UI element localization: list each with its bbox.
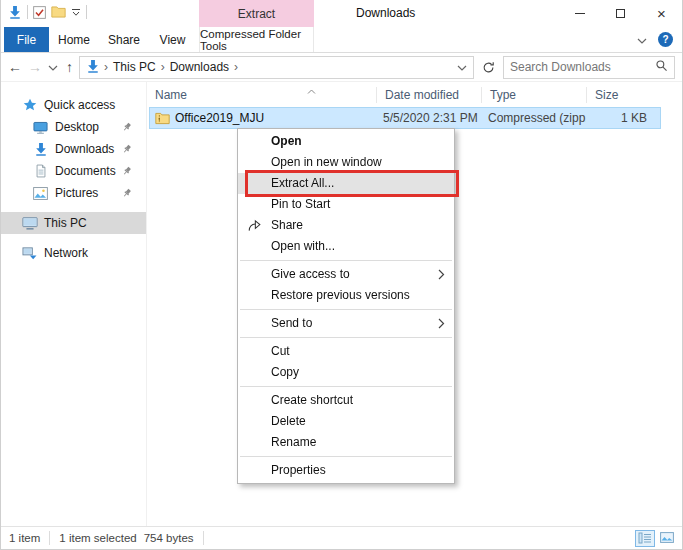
menu-item-label: Delete <box>271 414 306 428</box>
menu-item-label: Cut <box>271 344 290 358</box>
breadcrumb-segment-this-pc[interactable]: This PC <box>111 60 158 74</box>
column-header-type[interactable]: Type <box>481 87 586 103</box>
menu-item-pin-to-start[interactable]: Pin to Start <box>238 194 454 215</box>
column-headers: NameDate modifiedTypeSize <box>147 85 682 105</box>
tab-home[interactable]: Home <box>49 27 99 52</box>
address-bar[interactable]: ›This PC›Downloads› <box>79 56 474 79</box>
item-count: 1 item <box>9 532 40 544</box>
file-row[interactable]: Office2019_MJU5/5/2020 2:31 PMCompressed… <box>149 107 661 129</box>
pin-icon <box>121 187 133 202</box>
toolbar-separator <box>27 5 28 19</box>
document-icon <box>32 164 49 178</box>
menu-item-open[interactable]: Open <box>238 131 454 152</box>
search-input[interactable] <box>510 60 655 74</box>
selection-size: 754 bytes <box>144 532 194 544</box>
menu-item-send-to[interactable]: Send to <box>238 313 454 334</box>
qat-dropdown-icon[interactable] <box>71 8 81 17</box>
column-header-date-modified[interactable]: Date modified <box>376 87 481 103</box>
menu-item-rename[interactable]: Rename <box>238 432 454 453</box>
file-date-modified: 5/5/2020 2:31 PM <box>376 111 481 125</box>
sidebar-item-pictures[interactable]: Pictures <box>1 182 146 204</box>
pin-icon <box>121 165 133 180</box>
search-icon[interactable] <box>655 59 668 75</box>
zip-folder-icon <box>155 112 170 125</box>
tab-view[interactable]: View <box>149 27 196 52</box>
breadcrumb-chevron-icon: › <box>104 60 108 74</box>
file-rows: Office2019_MJU5/5/2020 2:31 PMCompressed… <box>147 107 682 129</box>
checkbox-icon[interactable] <box>33 6 46 19</box>
menu-item-create-shortcut[interactable]: Create shortcut <box>238 390 454 411</box>
maximize-button[interactable] <box>600 0 641 27</box>
menu-item-label: Open with... <box>271 239 335 253</box>
menu-item-copy[interactable]: Copy <box>238 362 454 383</box>
sidebar-item-label: Pictures <box>55 186 98 200</box>
sidebar-item-documents[interactable]: Documents <box>1 160 146 182</box>
maximize-icon <box>616 9 625 18</box>
menu-item-delete[interactable]: Delete <box>238 411 454 432</box>
menu-separator <box>240 309 452 310</box>
menu-item-label: Send to <box>271 316 312 330</box>
menu-item-label: Rename <box>271 435 316 449</box>
breadcrumb: ›This PC›Downloads› <box>104 60 238 74</box>
title-bar: Extract Downloads × <box>1 0 682 27</box>
toolbar-separator <box>86 5 87 19</box>
sort-ascending-icon <box>307 83 316 97</box>
menu-item-give-access-to[interactable]: Give access to <box>238 264 454 285</box>
recent-locations-icon[interactable] <box>48 60 58 74</box>
submenu-chevron-icon <box>438 318 445 329</box>
forward-button[interactable]: → <box>28 60 42 74</box>
sidebar-item-label: This PC <box>44 216 87 230</box>
menu-item-cut[interactable]: Cut <box>238 341 454 362</box>
minimize-icon <box>575 13 585 14</box>
pin-icon <box>121 121 133 136</box>
location-icon <box>86 59 100 76</box>
sidebar-item-this-pc[interactable]: This PC <box>1 212 146 234</box>
sidebar-item-label: Desktop <box>55 120 99 134</box>
menu-item-share[interactable]: Share <box>238 215 454 236</box>
ribbon-right-controls: ? <box>637 27 673 52</box>
menu-item-label: Open in new window <box>271 155 382 169</box>
column-header-size[interactable]: Size <box>586 87 662 103</box>
menu-item-open-in-new-window[interactable]: Open in new window <box>238 152 454 173</box>
menu-item-label: Create shortcut <box>271 393 353 407</box>
statusbar-separator <box>203 531 204 545</box>
minimize-ribbon-icon[interactable] <box>637 33 647 47</box>
menu-item-label: Pin to Start <box>271 197 330 211</box>
back-button[interactable]: ← <box>8 60 22 74</box>
sidebar-item-network[interactable]: Network <box>1 242 146 264</box>
menu-separator <box>240 260 452 261</box>
address-dropdown-icon[interactable] <box>457 60 467 74</box>
large-icons-view-button[interactable] <box>657 530 677 547</box>
pin-icon <box>121 143 133 158</box>
status-bar: 1 item 1 item selected 754 bytes <box>1 526 682 549</box>
menu-item-open-with[interactable]: Open with... <box>238 236 454 257</box>
sidebar-item-quick-access[interactable]: Quick access <box>1 94 146 116</box>
help-icon[interactable]: ? <box>658 32 673 47</box>
desktop-icon <box>32 120 49 135</box>
folder-icon[interactable] <box>51 6 66 18</box>
menu-item-restore-previous-versions[interactable]: Restore previous versions <box>238 285 454 306</box>
context-menu: OpenOpen in new windowExtract All...Pin … <box>237 128 455 484</box>
minimize-button[interactable] <box>559 0 600 27</box>
breadcrumb-segment-downloads[interactable]: Downloads <box>168 60 231 74</box>
sidebar-item-label: Downloads <box>55 142 114 156</box>
main-content: Quick accessDesktopDownloadsDocumentsPic… <box>1 82 682 526</box>
refresh-icon[interactable] <box>480 61 497 74</box>
up-button[interactable]: ↑ <box>66 60 73 74</box>
sidebar-item-desktop[interactable]: Desktop <box>1 116 146 138</box>
menu-item-label: Copy <box>271 365 299 379</box>
details-view-button[interactable] <box>635 530 655 547</box>
menu-item-extract-all[interactable]: Extract All... <box>238 173 454 194</box>
menu-item-label: Restore previous versions <box>271 288 410 302</box>
menu-item-properties[interactable]: Properties <box>238 460 454 481</box>
close-button[interactable]: × <box>641 0 682 27</box>
column-header-name[interactable]: Name <box>147 87 376 103</box>
search-box[interactable] <box>503 56 675 79</box>
tab-share[interactable]: Share <box>99 27 149 52</box>
tab-file[interactable]: File <box>4 27 49 52</box>
tab-compressed-folder-tools[interactable]: Compressed Folder Tools <box>199 27 314 52</box>
explorer-window: Extract Downloads × FileHomeShareView Co… <box>0 0 683 550</box>
ribbon-tab-row: FileHomeShareView Compressed Folder Tool… <box>1 27 682 53</box>
sidebar-item-downloads[interactable]: Downloads <box>1 138 146 160</box>
file-name: Office2019_MJU <box>175 111 264 125</box>
